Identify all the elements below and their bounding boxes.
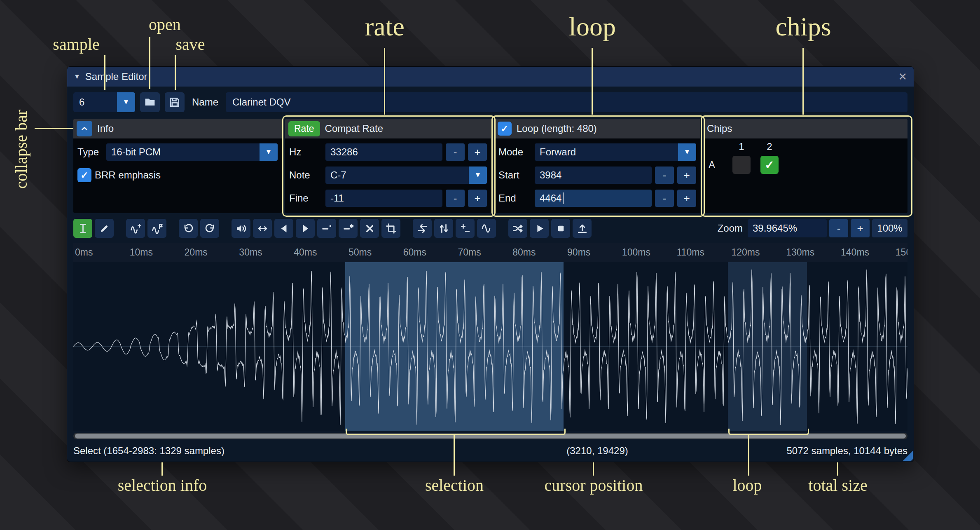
text-caret	[563, 192, 564, 204]
zoom-in-button[interactable]: +	[851, 219, 870, 237]
window-title: Sample Editor	[85, 71, 147, 82]
loop-start-minus-button[interactable]: -	[655, 167, 674, 184]
fine-input[interactable]: -11	[325, 190, 442, 207]
loop-end-plus-button[interactable]: +	[677, 190, 696, 207]
zoom-input[interactable]: 39.9645%	[748, 219, 827, 237]
loop-mode-value: Forward	[535, 143, 678, 161]
sign-invert-button[interactable]	[456, 219, 475, 238]
ruler-tick-label: 0ms	[75, 247, 93, 258]
shuffle-icon	[512, 223, 524, 234]
redo-button[interactable]	[200, 219, 219, 238]
zoom-reset-button[interactable]: 100%	[872, 219, 907, 237]
info-panel-title: Info	[97, 123, 114, 134]
open-sample-button[interactable]	[140, 92, 160, 112]
info-panel-header[interactable]: Info	[73, 119, 282, 138]
type-dropdown-arrow-icon[interactable]: ▼	[260, 143, 278, 161]
scrollbar-thumb[interactable]	[75, 434, 906, 439]
annotation-cursor-position: cursor position	[545, 476, 643, 495]
loop-enable-checkbox[interactable]: ✓	[498, 122, 512, 136]
normalize-button[interactable]	[253, 219, 272, 238]
annotation-line-cursor-position	[593, 462, 594, 476]
draw-mode-button[interactable]	[95, 219, 114, 238]
amplify-button[interactable]	[232, 219, 250, 238]
toolbar: Zoom 39.9645% - + 100%	[73, 219, 907, 238]
trim-button[interactable]	[381, 219, 400, 238]
annotation-save: save	[175, 35, 205, 54]
filter-button[interactable]	[477, 219, 496, 238]
loop-start-plus-button[interactable]: +	[677, 167, 696, 184]
note-select[interactable]: C-7 ▼	[325, 167, 487, 184]
name-label: Name	[189, 96, 221, 108]
insert-silence-button[interactable]	[317, 219, 336, 238]
chips-panel-title: Chips	[707, 123, 732, 134]
apply-silence-button[interactable]	[339, 219, 358, 238]
waveform-view[interactable]	[73, 262, 907, 431]
swap-arrows-icon	[417, 223, 428, 234]
ruler-tick-label: 130ms	[786, 247, 814, 258]
sample-name-input[interactable]: Clarinet DQV	[226, 92, 907, 112]
ibeam-cursor-icon	[77, 223, 89, 234]
sample-type-select[interactable]: 16-bit PCM ▼	[106, 143, 278, 161]
wave-plus-icon	[130, 223, 141, 234]
titlebar[interactable]: ▼ Sample Editor ✕	[67, 67, 914, 87]
crossfade-loop-button[interactable]	[508, 219, 527, 238]
sample-dropdown-arrow-icon[interactable]: ▼	[117, 92, 135, 112]
loop-mode-dropdown-arrow-icon[interactable]: ▼	[678, 143, 696, 161]
brr-emphasis-checkbox[interactable]: ✓	[77, 168, 91, 182]
loop-start-input[interactable]: 3984	[535, 167, 652, 184]
rate-mode-button[interactable]: Rate	[288, 121, 320, 136]
loop-panel: ✓ Loop (length: 480) Mode Forward ▼ Star…	[494, 119, 700, 213]
chip-a1-checkbox[interactable]	[732, 156, 751, 174]
chip-a2-checkbox[interactable]: ✓	[760, 156, 779, 174]
close-icon[interactable]: ✕	[898, 70, 907, 83]
sample-number-value[interactable]: 6	[73, 92, 117, 112]
undo-icon	[183, 223, 194, 234]
resize-grip[interactable]	[903, 451, 913, 461]
ruler-tick-label: 100ms	[622, 247, 650, 258]
stop-preview-button[interactable]	[551, 219, 570, 238]
hz-minus-button[interactable]: -	[446, 143, 465, 161]
ruler[interactable]: 0ms10ms20ms30ms40ms50ms60ms70ms80ms90ms1…	[73, 243, 907, 262]
note-value: C-7	[325, 167, 469, 184]
resize-button[interactable]	[126, 219, 145, 238]
collapse-bar-button[interactable]	[77, 121, 92, 136]
save-sample-button[interactable]	[165, 92, 185, 112]
loop-end-input[interactable]: 4464	[535, 190, 652, 207]
undo-button[interactable]	[179, 219, 198, 238]
ruler-tick-label: 140ms	[841, 247, 869, 258]
create-instrument-button[interactable]	[573, 219, 592, 238]
page: ▼ Sample Editor ✕ 6 ▼ Name Clarinet DQV	[0, 0, 980, 530]
triangle-right-icon	[300, 223, 311, 234]
chips-panel: Chips 1 2 A ✓	[704, 119, 907, 213]
note-label: Note	[289, 169, 322, 181]
hz-input[interactable]: 33286	[325, 143, 442, 161]
loop-mode-select[interactable]: Forward ▼	[535, 143, 696, 161]
brr-emphasis-label: BRR emphasis	[95, 169, 161, 181]
fine-minus-button[interactable]: -	[446, 190, 465, 207]
delete-button[interactable]	[360, 219, 379, 238]
waveform-scrollbar[interactable]	[73, 433, 907, 439]
fade-out-button[interactable]	[296, 219, 315, 238]
selection-info-text: Select (1654-2983: 1329 samples)	[73, 445, 225, 457]
fine-plus-button[interactable]: +	[468, 190, 487, 207]
note-dropdown-arrow-icon[interactable]: ▼	[469, 167, 487, 184]
reverse-button[interactable]	[413, 219, 432, 238]
fade-in-button[interactable]	[274, 219, 293, 238]
sample-number-select[interactable]: 6 ▼	[73, 92, 135, 112]
invert-button[interactable]	[434, 219, 453, 238]
zoom-out-button[interactable]: -	[829, 219, 848, 237]
ruler-tick-label: 90ms	[567, 247, 590, 258]
resample-button[interactable]	[147, 219, 166, 238]
waveform-canvas[interactable]	[73, 262, 907, 431]
chevron-up-icon	[80, 124, 89, 133]
select-mode-button[interactable]	[73, 219, 92, 238]
window-collapse-icon[interactable]: ▼	[74, 73, 80, 80]
chip-row-label: A	[709, 159, 723, 171]
folder-open-icon	[144, 96, 156, 108]
loop-end-minus-button[interactable]: -	[655, 190, 674, 207]
hz-plus-button[interactable]: +	[468, 143, 487, 161]
sample-row: 6 ▼ Name Clarinet DQV	[73, 92, 907, 112]
stop-icon	[555, 223, 566, 234]
chip-column-1: 1	[732, 141, 751, 152]
preview-button[interactable]	[530, 219, 549, 238]
